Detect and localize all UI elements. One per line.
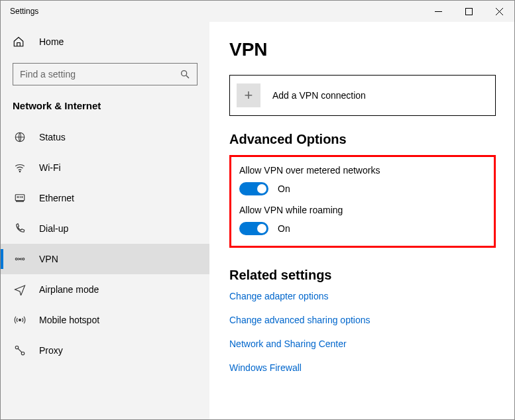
- svg-line-5: [186, 76, 189, 78]
- category-heading: Network & Internet: [1, 85, 209, 122]
- toggle-label: Allow VPN while roaming: [239, 205, 486, 215]
- ethernet-icon: [13, 192, 27, 204]
- svg-point-4: [182, 71, 187, 76]
- sidebar: Home Network & Internet Status Wi-Fi: [1, 22, 209, 419]
- search-input[interactable]: [20, 69, 180, 79]
- svg-rect-0: [435, 11, 442, 12]
- proxy-icon: [13, 344, 27, 356]
- svg-rect-9: [17, 201, 24, 202]
- toggle-label: Allow VPN over metered networks: [239, 165, 486, 176]
- related-heading: Related settings: [229, 268, 496, 283]
- sidebar-item-airplane[interactable]: Airplane mode: [1, 274, 209, 305]
- titlebar: Settings: [1, 1, 514, 22]
- toggle-state: On: [278, 223, 290, 234]
- minimize-icon: [435, 11, 442, 12]
- home-label: Home: [39, 36, 64, 47]
- toggle-state: On: [278, 184, 290, 194]
- dialup-icon: [13, 223, 27, 235]
- sidebar-item-label: Wi-Fi: [39, 162, 61, 173]
- sidebar-item-proxy[interactable]: Proxy: [1, 335, 209, 366]
- main-content: VPN + Add a VPN connection Advanced Opti…: [209, 22, 514, 419]
- svg-rect-8: [15, 195, 25, 201]
- sidebar-item-label: Proxy: [39, 345, 63, 356]
- sidebar-item-hotspot[interactable]: Mobile hotspot: [1, 305, 209, 335]
- link-network-sharing-center[interactable]: Network and Sharing Center: [229, 339, 496, 349]
- hotspot-icon: [13, 314, 27, 326]
- vpn-icon: [13, 253, 27, 265]
- sidebar-item-ethernet[interactable]: Ethernet: [1, 183, 209, 213]
- plus-icon: +: [237, 83, 260, 107]
- svg-point-14: [15, 258, 17, 260]
- sidebar-item-label: Mobile hotspot: [39, 315, 99, 325]
- sidebar-item-label: Airplane mode: [39, 284, 99, 295]
- home-button[interactable]: Home: [1, 27, 209, 56]
- svg-point-16: [19, 319, 21, 321]
- advanced-heading: Advanced Options: [229, 132, 496, 147]
- status-icon: [13, 131, 27, 143]
- sidebar-item-label: Status: [39, 132, 66, 142]
- sidebar-item-label: Dial-up: [39, 223, 68, 234]
- sidebar-item-vpn[interactable]: VPN: [1, 244, 209, 274]
- link-windows-firewall[interactable]: Windows Firewall: [229, 362, 496, 373]
- window-buttons: [423, 1, 514, 22]
- svg-rect-1: [465, 8, 472, 15]
- window-title: Settings: [1, 7, 38, 16]
- search-box[interactable]: [13, 63, 198, 85]
- maximize-button[interactable]: [453, 1, 484, 22]
- minimize-button[interactable]: [423, 1, 453, 22]
- sidebar-item-label: VPN: [39, 254, 58, 264]
- add-vpn-button[interactable]: + Add a VPN connection: [229, 75, 496, 116]
- wifi-icon: [13, 162, 27, 174]
- add-vpn-label: Add a VPN connection: [272, 90, 366, 101]
- close-button[interactable]: [484, 1, 514, 22]
- page-title: VPN: [229, 39, 496, 60]
- home-icon: [13, 36, 27, 48]
- toggle-row-metered: Allow VPN over metered networks On: [239, 165, 486, 195]
- link-advanced-sharing[interactable]: Change advanced sharing options: [229, 315, 496, 325]
- sidebar-item-dialup[interactable]: Dial-up: [1, 213, 209, 244]
- toggle-row-roaming: Allow VPN while roaming On: [239, 205, 486, 235]
- search-icon: [180, 69, 190, 79]
- sidebar-item-wifi[interactable]: Wi-Fi: [1, 152, 209, 183]
- link-adapter-options[interactable]: Change adapter options: [229, 291, 496, 301]
- svg-point-7: [19, 171, 21, 172]
- toggle-roaming[interactable]: [239, 222, 268, 235]
- toggle-metered[interactable]: [239, 182, 268, 195]
- sidebar-item-status[interactable]: Status: [1, 122, 209, 152]
- close-icon: [496, 8, 503, 15]
- svg-point-15: [23, 258, 25, 260]
- maximize-icon: [465, 8, 473, 15]
- sidebar-item-label: Ethernet: [39, 193, 74, 203]
- highlighted-region: Allow VPN over metered networks On Allow…: [229, 155, 496, 248]
- airplane-icon: [13, 284, 27, 295]
